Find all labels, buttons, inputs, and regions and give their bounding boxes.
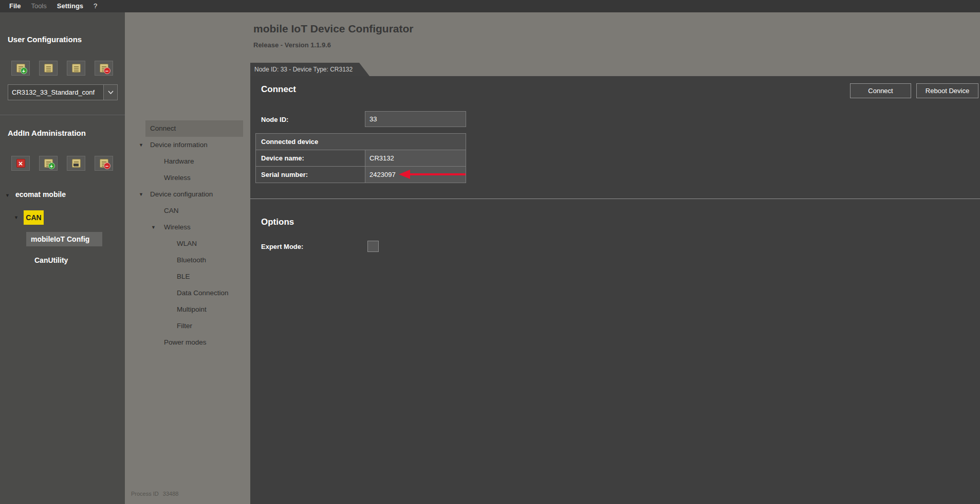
main-panel: Connect Connect Reboot Device Node ID: C…: [250, 76, 980, 504]
nav-item-wireless-info[interactable]: Wireless: [125, 170, 250, 186]
remove-addin-button[interactable]: [95, 156, 113, 171]
wireless-expander-icon[interactable]: ▼: [151, 219, 156, 236]
delete-configuration-button[interactable]: [95, 61, 113, 76]
nav-item-bluetooth[interactable]: Bluetooth: [125, 252, 250, 268]
addin-add-icon: [44, 159, 53, 168]
expert-mode-checkbox[interactable]: [367, 241, 379, 252]
configuration-dropdown[interactable]: CR3132_33_Standard_conf: [8, 84, 118, 100]
connect-button[interactable]: Connect: [850, 83, 911, 98]
device-tab[interactable]: Node ID: 33 - Device Type: CR3132: [250, 63, 369, 76]
serial-number-value: 2423097: [365, 167, 466, 183]
device-name-row: Device name: CR3132: [256, 150, 466, 166]
ecomat-expander-icon[interactable]: ▼: [5, 193, 10, 198]
configuration-dropdown-value: CR3132_33_Standard_conf: [8, 85, 103, 100]
config-add-icon: [16, 64, 25, 73]
nav-item-wlan[interactable]: WLAN: [125, 236, 250, 252]
addin-card-icon: [72, 159, 81, 168]
expert-mode-label: Expert Mode:: [261, 243, 303, 250]
options-section-title: Options: [261, 217, 294, 227]
nav-item-hardware[interactable]: Hardware: [125, 153, 250, 170]
tree-item-mobileiot-config[interactable]: mobileIoT Config: [26, 232, 102, 246]
device-information-expander-icon[interactable]: ▼: [139, 137, 143, 153]
section-divider: [250, 199, 980, 199]
device-name-value: CR3132: [365, 150, 466, 166]
process-id-value: 33488: [163, 491, 179, 497]
menu-file[interactable]: File: [4, 0, 26, 12]
nav-item-device-configuration[interactable]: ▼ Device configuration: [125, 186, 250, 203]
device-configuration-expander-icon[interactable]: ▼: [139, 186, 143, 203]
nav-item-data-connection[interactable]: Data Connection: [125, 285, 250, 301]
nav-item-filter[interactable]: Filter: [125, 318, 250, 334]
close-addin-button[interactable]: [11, 156, 30, 171]
menu-help[interactable]: ?: [88, 0, 102, 12]
add-addin-button[interactable]: [39, 156, 58, 171]
config-save-icon: [44, 64, 53, 73]
connected-device-group: Connected device Device name: CR3132 Ser…: [255, 133, 466, 183]
close-icon: [16, 159, 25, 168]
connected-device-group-title: Connected device: [256, 134, 466, 150]
tree-item-ecomat-mobile[interactable]: ecomat mobile: [15, 190, 66, 199]
left-sidebar: User Configurations CR3132_33_Standard_c…: [0, 12, 125, 504]
device-name-label: Device name:: [256, 150, 365, 166]
user-configurations-heading: User Configurations: [8, 35, 82, 44]
content-area: Connect ▼ Device information Hardware Wi…: [125, 12, 980, 504]
menu-settings[interactable]: Settings: [52, 0, 88, 12]
process-id: Process ID33488: [131, 491, 182, 497]
user-configurations-toolbar: [11, 61, 113, 76]
nav-item-connect[interactable]: Connect: [125, 120, 250, 137]
sidebar-divider: [0, 115, 125, 115]
addin-administration-heading: AddIn Administration: [8, 129, 86, 137]
reboot-device-button[interactable]: Reboot Device: [916, 83, 978, 98]
configuration-report-button[interactable]: [67, 61, 85, 76]
serial-number-label: Serial number:: [256, 167, 365, 183]
addin-remove-icon: [100, 159, 108, 168]
nav-panel: Connect ▼ Device information Hardware Wi…: [125, 12, 250, 504]
nav-item-ble[interactable]: BLE: [125, 268, 250, 285]
tree-item-canutility[interactable]: CanUtility: [34, 256, 68, 264]
config-delete-icon: [100, 64, 108, 73]
save-configuration-button[interactable]: [39, 61, 58, 76]
chevron-down-icon: [108, 91, 114, 94]
nav-item-wireless-config[interactable]: ▼ Wireless: [125, 219, 250, 236]
nav-item-device-information[interactable]: ▼ Device information: [125, 137, 250, 153]
page-title: mobile IoT Device Configurator: [253, 23, 414, 35]
nav-item-multipoint[interactable]: Multipoint: [125, 301, 250, 318]
node-id-input[interactable]: [365, 111, 466, 127]
dropdown-chevron-button[interactable]: [103, 85, 117, 100]
addin-license-button[interactable]: [67, 156, 85, 171]
addin-administration-toolbar: [11, 156, 113, 171]
page-subtitle: Release - Version 1.1.9.6: [253, 41, 331, 49]
menubar: File Tools Settings ?: [0, 0, 980, 12]
process-id-label: Process ID: [131, 491, 159, 497]
config-report-icon: [72, 64, 81, 73]
connect-section-title: Connect: [261, 84, 296, 95]
tree-item-can[interactable]: CAN: [24, 210, 44, 225]
nav-item-power-modes[interactable]: Power modes: [125, 334, 250, 351]
nav-item-can[interactable]: CAN: [125, 203, 250, 219]
node-id-label: Node ID:: [261, 116, 288, 123]
new-configuration-button[interactable]: [11, 61, 30, 76]
can-expander-icon[interactable]: ▼: [14, 215, 19, 220]
menu-tools[interactable]: Tools: [26, 0, 51, 12]
serial-number-row: Serial number: 2423097: [256, 166, 466, 183]
